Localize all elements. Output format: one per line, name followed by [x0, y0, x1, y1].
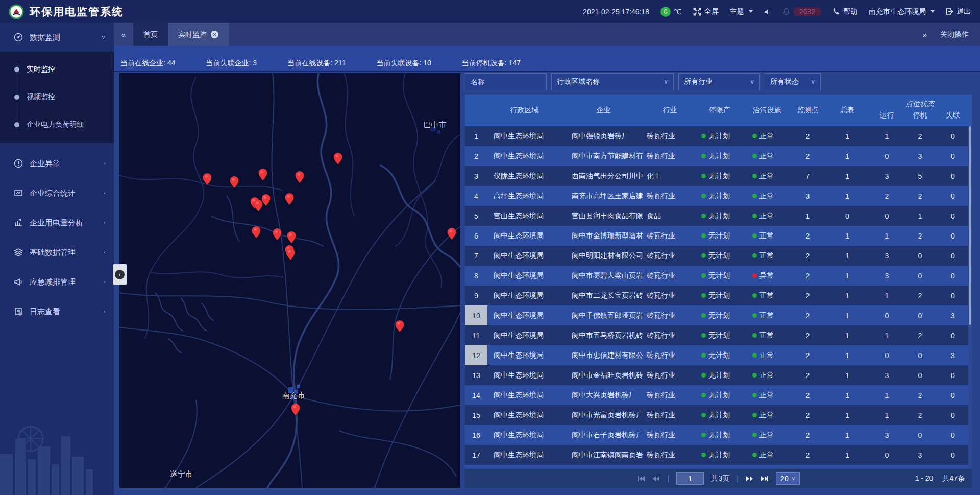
map-pin[interactable] [296, 171, 304, 183]
map-pin[interactable] [261, 194, 270, 206]
prev-page-button[interactable] [652, 476, 660, 482]
tab-realtime-monitoring[interactable]: 实时监控 ✕ [168, 23, 229, 46]
sidebar-item-enterprise-statistics[interactable]: 企业综合统计 ‹ [0, 178, 114, 208]
tab-close-icon[interactable]: ✕ [211, 31, 218, 38]
row-index: 11 [465, 325, 487, 345]
chevron-down-icon: ∨ [811, 78, 815, 85]
table-row[interactable]: 9阆中生态环境局阆中市二龙长宝页岩砖砖瓦行业无计划正常21120 [465, 286, 972, 305]
table-row[interactable]: 13阆中生态环境局阆中市金福旺页岩机砖砖瓦行业无计划正常21300 [465, 365, 972, 385]
row-monitor-points: 2 [789, 126, 827, 146]
map-pin[interactable] [285, 193, 293, 205]
table-row[interactable]: 18南部生态环境局南部县砖华水泥有限公建材加工无计划正常60060 [465, 465, 972, 469]
table-scrollbar[interactable] [968, 126, 972, 469]
status-filter-select[interactable]: 所有状态 ∨ [765, 73, 821, 90]
table-row[interactable]: 8阆中生态环境局阆中市枣碧大梁山页岩砖瓦行业无计划异常21300 [465, 266, 972, 286]
table-row[interactable]: 12阆中生态环境局阆中市忠信建材有限公砖瓦行业无计划正常21003 [465, 345, 972, 365]
row-facility-status: 正常 [745, 206, 789, 226]
table-row[interactable]: 11阆中生态环境局阆中市五马桥页岩机砖砖瓦行业无计划正常21120 [465, 325, 972, 345]
column-header-point-status-group: 点位状态 [868, 95, 972, 110]
table-row[interactable]: 3仪陇生态环境局西南油气田分公司川中化工无计划正常71350 [465, 166, 972, 186]
name-filter-input[interactable] [471, 78, 541, 86]
map-pin[interactable] [334, 153, 342, 164]
last-page-button[interactable] [761, 476, 769, 482]
tab-home[interactable]: 首页 [133, 23, 168, 46]
help-button[interactable]: 帮助 [832, 7, 857, 16]
double-chevron-right-icon[interactable]: » [923, 30, 927, 39]
table-row[interactable]: 5营山生态环境局营山县润丰肉食品有限食品无计划正常10010 [465, 206, 972, 226]
map-panel[interactable]: 巴中市南充市遂宁市 [119, 73, 460, 488]
sidebar-item-power-analysis[interactable]: 企业用电量分析 ‹ [0, 208, 114, 238]
sidebar-item-log-view[interactable]: 日志查看 ‹ [0, 297, 114, 326]
map-pin[interactable] [396, 320, 404, 332]
row-index: 16 [465, 425, 487, 445]
row-stopped-count: 2 [906, 286, 934, 305]
map-pin[interactable] [286, 248, 295, 260]
theme-dropdown[interactable]: 主题 [730, 7, 753, 16]
map-pin[interactable] [259, 169, 267, 180]
stat-item: 当前失联企业:3 [206, 59, 257, 68]
row-stopped-count: 2 [906, 405, 934, 425]
fullscreen-button[interactable]: 全屏 [693, 7, 719, 16]
alert-circle-icon [13, 159, 23, 168]
table-body: 1阆中生态环境局阆中强锐页岩砖厂砖瓦行业无计划正常211202阆中生态环境局阆中… [465, 126, 972, 469]
row-monitor-points: 2 [789, 226, 827, 246]
row-disconnected-count: 0 [934, 126, 972, 146]
industry-filter-select[interactable]: 所有行业 ∨ [678, 73, 760, 90]
table-row[interactable]: 7阆中生态环境局阆中明阳建材有限公司砖瓦行业无计划正常21300 [465, 246, 972, 266]
logout-button[interactable]: 退出 [946, 7, 971, 16]
map-pin[interactable] [287, 231, 296, 243]
table-row[interactable]: 15阆中生态环境局阆中市光富页岩机砖厂砖瓦行业无计划正常21120 [465, 405, 972, 425]
row-disconnected-count: 0 [934, 186, 972, 206]
row-company: 阆中市五马桥页岩机砖 [561, 325, 646, 345]
name-filter-field[interactable] [465, 73, 547, 90]
row-facility-status: 正常 [745, 465, 789, 469]
org-dropdown[interactable]: 南充市生态环境局 [869, 7, 935, 16]
map-pin[interactable] [203, 173, 212, 185]
row-total-meter: 1 [827, 146, 868, 166]
table-row[interactable]: 4高坪生态环境局南充市高坪区王家店建砖瓦行业无计划正常31220 [465, 186, 972, 206]
close-operations-button[interactable]: 关闭操作 [940, 30, 969, 39]
table-row[interactable]: 14阆中生态环境局阆中大兴页岩机砖厂砖瓦行业无计划正常21120 [465, 385, 972, 405]
next-page-button[interactable] [746, 476, 753, 482]
bullet-dot-icon [14, 95, 19, 100]
table-row[interactable]: 2阆中生态环境局阆中市南方节能建材有砖瓦行业无计划正常21030 [465, 146, 972, 166]
mute-button[interactable] [764, 8, 771, 15]
table-row[interactable]: 10阆中生态环境局阆中千佛镇五郎垭页岩砖瓦行业无计划正常21003 [465, 305, 972, 325]
first-page-button[interactable] [637, 476, 645, 482]
status-dot [752, 273, 757, 278]
tabs-scroll-left-button[interactable]: « [114, 23, 133, 46]
table-row[interactable]: 16阆中生态环境局阆中市石子页岩机砖厂砖瓦行业无计划正常21300 [465, 425, 972, 445]
table-row[interactable]: 6阆中生态环境局阆中市金博瑞新型墙材砖瓦行业无计划正常21120 [465, 226, 972, 246]
row-facility-status-label: 正常 [760, 351, 774, 360]
row-index: 12 [465, 345, 487, 365]
sidebar-item-base-data[interactable]: 基础数据管理 ‹ [0, 238, 114, 267]
page-size-select[interactable]: 20 ∨ [776, 472, 800, 485]
map-pin[interactable] [230, 176, 239, 188]
sidebar-item-emergency-reduction[interactable]: 应急减排管理 ‹ [0, 267, 114, 297]
status-dot [701, 134, 706, 138]
map-pin[interactable] [252, 226, 260, 238]
map-pin[interactable] [273, 228, 281, 240]
row-stopped-count: 0 [906, 425, 934, 445]
status-dot [752, 293, 757, 298]
map-pin[interactable] [447, 228, 456, 240]
chevron-left-icon: ‹ [104, 309, 106, 314]
region-filter-select[interactable]: 行政区域名称 ∨ [551, 73, 674, 90]
sidebar-item-data-monitoring[interactable]: 数据监测 ∨ [0, 23, 114, 52]
map-city-label: 南充市 [282, 390, 305, 400]
sidebar-item-power-load-detail[interactable]: 企业电力负荷明细 [0, 111, 114, 138]
map-pin[interactable] [291, 404, 300, 415]
page-number-input[interactable] [676, 472, 704, 485]
row-company: 阆中市忠信建材有限公 [561, 345, 646, 365]
stat-label: 当前在线企业 [120, 59, 163, 67]
alarm-counter[interactable]: 2632 [782, 7, 821, 16]
sidebar-item-realtime-monitoring[interactable]: 实时监控 [0, 56, 114, 83]
panel-collapse-handle[interactable]: ‹ [113, 264, 127, 285]
table-row[interactable]: 17阆中生态环境局阆中市江南镇阆南页岩砖瓦行业无计划正常21030 [465, 445, 972, 465]
row-production-limit-label: 无计划 [708, 391, 730, 400]
table-row[interactable]: 1阆中生态环境局阆中强锐页岩砖厂砖瓦行业无计划正常21120 [465, 126, 972, 146]
row-disconnected-count: 3 [934, 305, 972, 325]
scrollbar-thumb[interactable] [969, 126, 971, 325]
sidebar-item-video-monitoring[interactable]: 视频监控 [0, 83, 114, 111]
sidebar-item-enterprise-abnormal[interactable]: 企业异常 ‹ [0, 149, 114, 178]
